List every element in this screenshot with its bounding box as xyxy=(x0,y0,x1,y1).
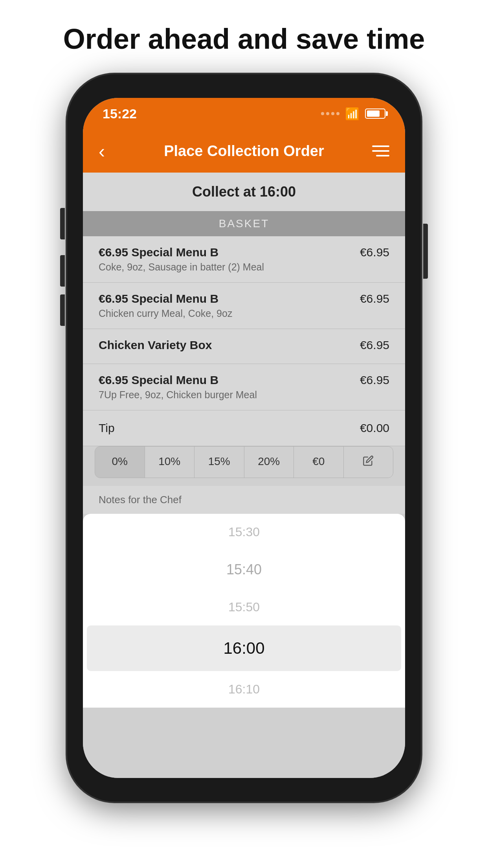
nav-bar: ‹ Place Collection Order xyxy=(83,129,405,173)
notes-label: Notes for the Chef xyxy=(99,494,389,506)
tip-label: Tip xyxy=(99,421,115,435)
tip-btn-20[interactable]: 20% xyxy=(244,447,294,478)
item-price-4: €6.95 xyxy=(360,373,389,387)
item-info-4: €6.95 Special Menu B 7Up Free, 9oz, Chic… xyxy=(99,373,352,401)
item-desc-1: Coke, 9oz, Sausage in batter (2) Meal xyxy=(99,261,352,273)
time-option-1540[interactable]: 15:40 xyxy=(83,550,405,589)
item-price-3: €6.95 xyxy=(360,338,389,352)
tip-row: Tip €0.00 xyxy=(83,410,405,446)
scroll-content[interactable]: €6.95 Special Menu B Coke, 9oz, Sausage … xyxy=(83,236,405,778)
phone-wrapper: 15:22 📶 ‹ Place Collecti xyxy=(67,74,421,802)
item-info-2: €6.95 Special Menu B Chicken curry Meal,… xyxy=(99,292,352,319)
battery-icon xyxy=(365,108,385,119)
page-headline: Order ahead and save time xyxy=(32,0,456,74)
time-option-1610[interactable]: 16:10 xyxy=(83,671,405,708)
tip-buttons: 0% 10% 15% 20% €0 xyxy=(95,446,393,478)
status-icons: 📶 xyxy=(321,107,385,121)
item-info-3: Chicken Variety Box xyxy=(99,338,352,354)
time-option-1550[interactable]: 15:50 xyxy=(83,589,405,625)
tip-btn-0[interactable]: 0% xyxy=(95,447,145,478)
nav-title: Place Collection Order xyxy=(122,143,366,160)
tip-btn-custom[interactable]: €0 xyxy=(294,447,344,478)
tip-amount: €0.00 xyxy=(360,421,389,435)
signal-icon xyxy=(321,112,339,115)
item-info-1: €6.95 Special Menu B Coke, 9oz, Sausage … xyxy=(99,246,352,273)
status-time: 15:22 xyxy=(103,106,137,121)
back-button[interactable]: ‹ xyxy=(99,140,122,162)
order-item-1: €6.95 Special Menu B Coke, 9oz, Sausage … xyxy=(83,236,405,283)
notes-section: Notes for the Chef xyxy=(83,486,405,514)
menu-line-1 xyxy=(372,145,389,147)
phone-frame: 15:22 📶 ‹ Place Collecti xyxy=(67,74,421,802)
menu-button[interactable] xyxy=(366,145,389,156)
menu-line-2 xyxy=(372,150,389,152)
item-name-3: Chicken Variety Box xyxy=(99,338,352,352)
order-item-4: €6.95 Special Menu B 7Up Free, 9oz, Chic… xyxy=(83,364,405,410)
collect-time-bar[interactable]: Collect at 16:00 xyxy=(83,173,405,211)
basket-label: BASKET xyxy=(219,217,269,230)
tip-btn-10[interactable]: 10% xyxy=(145,447,195,478)
screen: 15:22 📶 ‹ Place Collecti xyxy=(83,98,405,778)
item-name-4: €6.95 Special Menu B xyxy=(99,373,352,387)
basket-header: BASKET xyxy=(83,211,405,236)
item-name-1: €6.95 Special Menu B xyxy=(99,246,352,259)
status-bar: 15:22 📶 xyxy=(83,98,405,129)
item-price-1: €6.95 xyxy=(360,246,389,259)
order-item-2: €6.95 Special Menu B Chicken curry Meal,… xyxy=(83,283,405,329)
item-price-2: €6.95 xyxy=(360,292,389,305)
time-picker[interactable]: 15:30 15:40 15:50 16:00 16:10 xyxy=(83,514,405,708)
time-option-1600[interactable]: 16:00 xyxy=(87,625,401,671)
collect-time-text: Collect at 16:00 xyxy=(192,184,296,200)
item-desc-2: Chicken curry Meal, Coke, 9oz xyxy=(99,308,352,319)
tip-edit-button[interactable] xyxy=(344,447,393,478)
tip-btn-15[interactable]: 15% xyxy=(194,447,244,478)
order-item-3: Chicken Variety Box €6.95 xyxy=(83,329,405,364)
wifi-icon: 📶 xyxy=(345,107,360,121)
menu-line-3 xyxy=(376,155,389,156)
item-desc-4: 7Up Free, 9oz, Chicken burger Meal xyxy=(99,389,352,401)
item-name-2: €6.95 Special Menu B xyxy=(99,292,352,305)
time-option-1530[interactable]: 15:30 xyxy=(83,514,405,550)
